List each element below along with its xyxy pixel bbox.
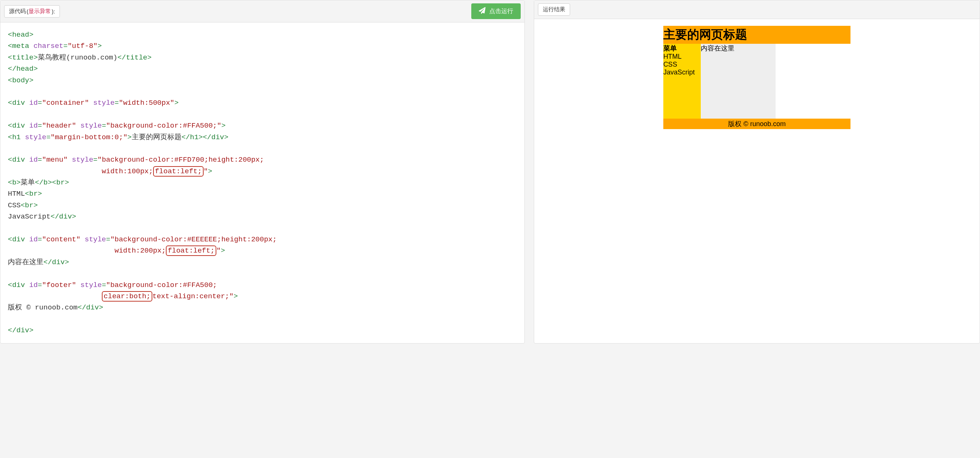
code-token: " bbox=[216, 246, 221, 255]
code-token: 菜单 bbox=[21, 178, 35, 187]
preview-menu-item: CSS bbox=[663, 60, 677, 68]
code-token: <b> bbox=[8, 178, 21, 187]
code-token: "background-color:#FFD700;height:200px; bbox=[97, 156, 264, 164]
code-token: <head> bbox=[8, 31, 33, 39]
code-token: </head> bbox=[8, 65, 38, 73]
code-token: "content" bbox=[42, 235, 81, 243]
code-token: meta bbox=[12, 42, 29, 50]
code-token: <div bbox=[8, 281, 25, 289]
result-label-button[interactable]: 运行结果 bbox=[538, 3, 570, 16]
code-token: > bbox=[221, 246, 225, 255]
code-token: text-align:center;" bbox=[152, 292, 234, 301]
code-token: 菜鸟教程(runoob.com) bbox=[38, 54, 118, 62]
code-token: "background-color:#EEEEEE;height:200px; bbox=[110, 235, 277, 243]
code-token: width:100px; bbox=[8, 167, 153, 175]
code-token: " bbox=[204, 167, 208, 175]
code-token: = bbox=[115, 99, 119, 107]
code-token: float:left; bbox=[168, 246, 215, 255]
code-token: </b> bbox=[35, 178, 52, 187]
source-label-text: 源代码 bbox=[9, 8, 26, 15]
preview-menu-item: JavaScript bbox=[663, 68, 695, 76]
code-token: = bbox=[38, 235, 42, 243]
code-token: > bbox=[208, 167, 212, 175]
run-button[interactable]: 点击运行 bbox=[471, 3, 521, 19]
code-token: < bbox=[8, 42, 12, 50]
code-token: </title> bbox=[118, 54, 152, 62]
result-panel: 运行结果 主要的网页标题 菜单 HTML CSS JavaScript 内容在这… bbox=[534, 0, 980, 344]
code-token: id bbox=[29, 281, 38, 289]
preview-content: 内容在这里 bbox=[701, 44, 776, 119]
code-token: = bbox=[38, 122, 42, 130]
preview-footer-text: 版权 © runoob.com bbox=[728, 120, 786, 127]
code-token: <br> bbox=[25, 190, 42, 198]
preview-menu: 菜单 HTML CSS JavaScript bbox=[663, 44, 701, 119]
code-token: = bbox=[38, 99, 42, 107]
code-token: clear:both; bbox=[104, 292, 151, 301]
preview-menu-item: HTML bbox=[663, 53, 682, 60]
code-token: float:left; bbox=[155, 167, 202, 175]
code-token: </div> bbox=[203, 133, 228, 142]
code-token: HTML bbox=[8, 190, 25, 198]
code-token: > bbox=[127, 133, 131, 142]
code-token: "width:500px" bbox=[119, 99, 174, 107]
code-token: <div bbox=[8, 156, 25, 164]
code-token: "menu" bbox=[42, 156, 67, 164]
code-token: <div bbox=[8, 235, 25, 243]
code-token: style bbox=[84, 235, 106, 243]
code-token: <h1 bbox=[8, 133, 21, 142]
code-token: JavaScript bbox=[8, 213, 51, 221]
code-token: </div> bbox=[78, 304, 103, 312]
code-token: 主要的网页标题 bbox=[132, 133, 181, 142]
paper-plane-icon bbox=[479, 7, 485, 15]
editor-wrapper: 源代码 (显示异常): 点击运行 <head> <meta charset="u… bbox=[0, 0, 980, 344]
preview-container: 主要的网页标题 菜单 HTML CSS JavaScript 内容在这里 版权 … bbox=[663, 26, 851, 129]
code-token: <title> bbox=[8, 54, 38, 62]
code-token: width:200px; bbox=[8, 246, 166, 255]
code-token: id bbox=[29, 156, 38, 164]
code-token: = bbox=[46, 133, 51, 142]
code-token: <body> bbox=[8, 76, 33, 84]
preview-area: 主要的网页标题 菜单 HTML CSS JavaScript 内容在这里 版权 … bbox=[534, 19, 980, 343]
code-token: id bbox=[29, 235, 38, 243]
code-token: </div> bbox=[51, 213, 76, 221]
colon: : bbox=[54, 8, 55, 14]
code-token: id bbox=[29, 99, 38, 107]
code-token: "margin-bottom:0;" bbox=[51, 133, 127, 142]
code-token: style bbox=[81, 281, 102, 289]
show-exception-link[interactable]: 显示异常 bbox=[29, 8, 51, 15]
code-token: "utf-8" bbox=[68, 42, 98, 50]
preview-footer: 版权 © runoob.com bbox=[663, 119, 851, 129]
code-token: <br> bbox=[52, 178, 69, 187]
code-token: </h1> bbox=[181, 133, 203, 142]
code-token: charset bbox=[33, 42, 63, 50]
code-token: "header" bbox=[42, 122, 76, 130]
result-panel-header: 运行结果 bbox=[534, 0, 980, 19]
highlight-float-left-2: float:left; bbox=[166, 245, 216, 256]
code-token: </div> bbox=[43, 258, 69, 266]
source-panel-header: 源代码 (显示异常): 点击运行 bbox=[0, 0, 525, 22]
code-token: style bbox=[72, 156, 93, 164]
code-token: = bbox=[38, 156, 42, 164]
highlight-clear-both: clear:both; bbox=[102, 291, 152, 302]
code-token: = bbox=[93, 156, 97, 164]
highlight-float-left-1: float:left; bbox=[153, 166, 204, 177]
code-token: </div> bbox=[8, 326, 33, 334]
code-block: <head> <meta charset="utf-8"> <title>菜鸟教… bbox=[8, 29, 517, 336]
preview-title: 主要的网页标题 bbox=[663, 26, 851, 44]
code-token: id bbox=[29, 122, 38, 130]
code-token: <div bbox=[8, 99, 25, 107]
code-token: style bbox=[93, 99, 115, 107]
source-label-button[interactable]: 源代码 (显示异常): bbox=[4, 5, 60, 17]
code-token: "background-color:#FFA500; bbox=[106, 281, 217, 289]
preview-menu-label: 菜单 bbox=[663, 45, 677, 52]
code-token: = bbox=[106, 235, 110, 243]
code-token: > bbox=[234, 292, 238, 301]
code-token: 内容在这里 bbox=[8, 258, 43, 266]
code-token: = bbox=[102, 281, 106, 289]
code-editor-area[interactable]: <head> <meta charset="utf-8"> <title>菜鸟教… bbox=[0, 22, 525, 343]
source-panel: 源代码 (显示异常): 点击运行 <head> <meta charset="u… bbox=[0, 0, 525, 344]
code-token: "footer" bbox=[42, 281, 76, 289]
code-token: "container" bbox=[42, 99, 89, 107]
code-token: CSS bbox=[8, 201, 21, 210]
code-token: = bbox=[38, 281, 42, 289]
